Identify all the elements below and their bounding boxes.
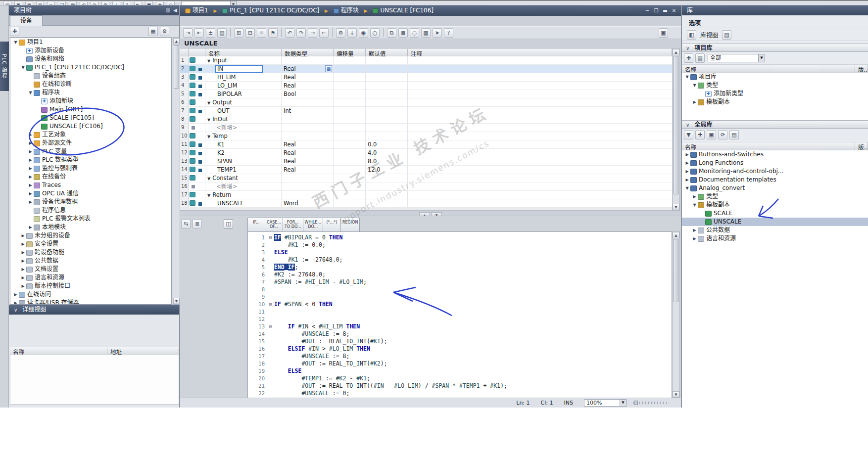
cell-name[interactable]: ▼Input: [205, 56, 282, 64]
interface-row-item[interactable]: 9<新增>: [180, 124, 672, 132]
help-icon[interactable]: ?: [444, 28, 453, 38]
tree-item-item[interactable]: 程序信息: [10, 206, 171, 215]
expand-all-icon[interactable]: ⊞: [234, 28, 243, 38]
code-line-16[interactable]: 16 ELSIF #IN > #LO_LIM THEN: [248, 345, 672, 353]
save-project-icon[interactable]: ▣: [25, 1, 33, 5]
cut-icon[interactable]: ✂: [47, 1, 55, 5]
cell-name[interactable]: SPAN: [205, 157, 282, 165]
cell-comment[interactable]: [408, 132, 672, 140]
cell-comment[interactable]: [408, 56, 672, 64]
scroll-thumb[interactable]: [673, 56, 678, 194]
cell-offset[interactable]: [334, 107, 366, 115]
zoom-select[interactable]: 100%▼: [584, 399, 627, 407]
tree-item-unscale[interactable]: UNSCALE: [682, 218, 868, 226]
interface-row-unscale[interactable]: 18UNSCALEWord: [180, 199, 672, 208]
add-object-icon[interactable]: ✚: [10, 27, 19, 36]
cell-offset[interactable]: [334, 174, 366, 182]
code-line-12[interactable]: 12: [248, 316, 672, 323]
name-edit-field[interactable]: IN: [215, 65, 263, 73]
cell-comment[interactable]: [408, 82, 672, 90]
expander-open-icon[interactable]: ▼: [691, 81, 698, 90]
cell-offset[interactable]: [334, 140, 366, 148]
scroll-thumb[interactable]: [174, 45, 179, 89]
tree-item-item[interactable]: ▼模板副本: [682, 201, 868, 209]
expander-closed-icon[interactable]: ▶: [27, 164, 34, 173]
cell-datatype[interactable]: Word: [282, 199, 334, 207]
redo-icon[interactable]: ↷: [91, 1, 98, 5]
scroll-up-icon[interactable]: ▲: [673, 232, 679, 238]
tree-item-item[interactable]: ▶语言和资源: [682, 234, 868, 243]
interface-row-inout[interactable]: 8▼InOut: [180, 115, 672, 124]
detail-view-header[interactable]: ∨ 详细视图: [9, 305, 179, 315]
indent-icon[interactable]: →: [308, 28, 317, 38]
cell-default[interactable]: [366, 107, 408, 115]
download-icon[interactable]: ↓: [347, 28, 357, 38]
code-line-4[interactable]: 4 #K1 := -27648.0;: [248, 256, 672, 264]
maintenance-icon[interactable]: ⚙: [160, 27, 169, 36]
cell-datatype[interactable]: Real: [282, 149, 334, 157]
cell-default[interactable]: [366, 90, 408, 98]
expander-closed-icon[interactable]: ▶: [12, 299, 19, 305]
tree-item-item[interactable]: ▶公共数据: [682, 226, 868, 234]
code-line-13[interactable]: 13⊟ IF #IN < #HI_LIM THEN: [248, 323, 672, 330]
code-line-8[interactable]: 8: [248, 286, 672, 293]
cell-datatype[interactable]: [282, 124, 334, 132]
tree-item-long-functions[interactable]: ▶Long Functions: [682, 159, 868, 167]
cell-offset[interactable]: [334, 90, 366, 98]
cell-datatype[interactable]: [282, 182, 334, 190]
cell-comment[interactable]: [408, 115, 672, 123]
cell-datatype[interactable]: Bool: [282, 90, 334, 98]
tree-item-plc[interactable]: ▶PLC 变量: [10, 147, 171, 156]
expander-closed-icon[interactable]: ▶: [684, 167, 690, 176]
code-template-tab-while[interactable]: WHILE... DO...: [303, 218, 323, 232]
cell-comment[interactable]: [408, 90, 672, 98]
cell-datatype[interactable]: [282, 56, 334, 64]
tree-item-item[interactable]: ▶跨设备功能: [10, 248, 171, 257]
interface-row-in[interactable]: 2INReal▦: [180, 65, 672, 73]
code-line-14[interactable]: 14 #UNSCALE := 8;: [248, 330, 672, 338]
cell-comment[interactable]: [408, 107, 672, 115]
expander-closed-icon[interactable]: ▶: [20, 274, 26, 282]
expander-closed-icon[interactable]: ▶: [27, 139, 34, 147]
cross-reference-icon[interactable]: ⧉: [387, 28, 396, 38]
expander-closed-icon[interactable]: ▶: [691, 192, 698, 201]
tree-item-item[interactable]: ▶类型: [682, 192, 868, 201]
fold-toggle-icon[interactable]: ⊟: [267, 301, 274, 308]
cell-comment[interactable]: [408, 124, 672, 132]
cell-default[interactable]: 12.0: [366, 166, 408, 174]
cell-default[interactable]: [366, 65, 408, 73]
tree-item-item[interactable]: ▼程序块: [10, 89, 171, 97]
expander-open-icon[interactable]: ▼: [207, 177, 210, 181]
cell-offset[interactable]: [334, 98, 366, 106]
cell-default[interactable]: [366, 182, 408, 190]
cell-name[interactable]: ▼InOut: [205, 115, 282, 123]
cell-offset[interactable]: [334, 82, 366, 90]
cell-default[interactable]: [366, 98, 408, 106]
cell-default[interactable]: [366, 199, 408, 207]
project-tree-scrollbar[interactable]: ▲ ▼: [173, 38, 180, 305]
code-template-tab-if[interactable]: IF...: [247, 218, 265, 232]
breadcrumb-item-plc[interactable]: PLC_1 [CPU 1211C DC/DC/DC]: [222, 7, 319, 14]
update-library-icon[interactable]: ⟳: [718, 130, 727, 139]
cell-name[interactable]: HI_LIM: [205, 73, 282, 81]
tree-item-item[interactable]: ▶语言和资源: [10, 274, 171, 282]
cell-datatype[interactable]: [282, 132, 334, 140]
close-icon[interactable]: ✕: [670, 5, 678, 16]
cell-offset[interactable]: [334, 132, 366, 140]
expander-open-icon[interactable]: ▼: [207, 101, 210, 105]
cell-default[interactable]: 4.0: [366, 149, 408, 157]
tree-item-analog-convert[interactable]: ▼Analog_convert: [682, 184, 868, 192]
cell-name[interactable]: K1: [205, 140, 282, 148]
quick-access-select[interactable]: ▼: [181, 1, 237, 5]
code-line-19[interactable]: 19 ELSE: [248, 367, 672, 375]
code-line-10[interactable]: 10⊟IF #SPAN < 0 THEN: [248, 301, 672, 308]
stop-monitor-icon[interactable]: ○: [370, 28, 380, 38]
tree-item-scale-fc105[interactable]: SCALE [FC105]: [10, 114, 171, 122]
list-icon[interactable]: ▤: [695, 53, 705, 63]
tree-item-item[interactable]: ▶监控与强制表: [10, 164, 171, 173]
tree-item-monitoring-and-control-obj[interactable]: ▶Monitoring-and-control-obj...: [682, 167, 868, 176]
download-icon[interactable]: ↓: [112, 1, 120, 5]
tree-item-item[interactable]: ▶在线备份: [10, 173, 171, 181]
expander-closed-icon[interactable]: ▶: [20, 248, 26, 257]
cell-default[interactable]: [366, 115, 408, 123]
